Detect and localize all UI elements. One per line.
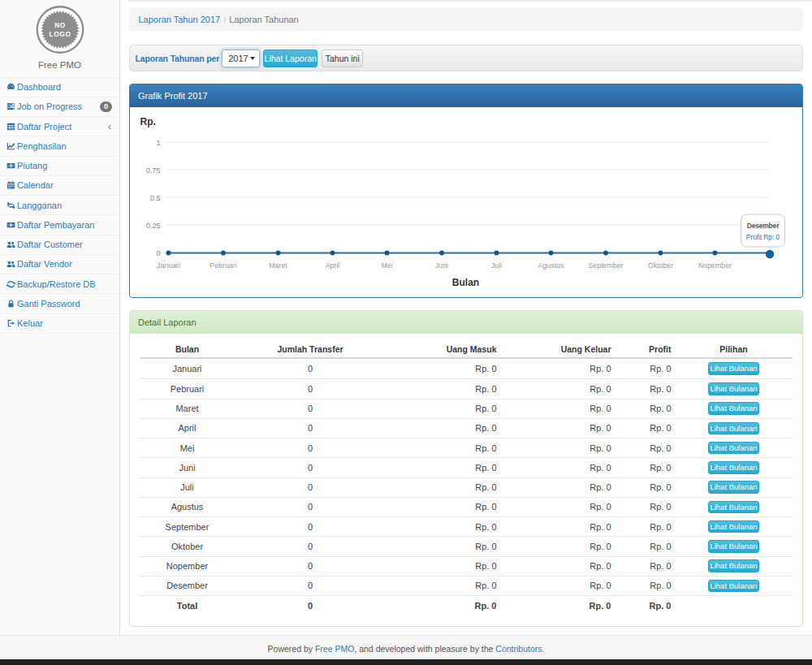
svg-text:Rp.: Rp. xyxy=(140,116,155,127)
svg-text:Nopember: Nopember xyxy=(698,261,731,270)
svg-text:0.5: 0.5 xyxy=(149,194,160,202)
svg-text:Oktober: Oktober xyxy=(647,261,672,270)
svg-text:Mei: Mei xyxy=(381,261,392,270)
svg-text:1: 1 xyxy=(156,139,160,147)
svg-text:Agustus: Agustus xyxy=(538,261,564,270)
svg-text:NO: NO xyxy=(54,21,66,29)
svg-text:Maret: Maret xyxy=(269,261,287,270)
svg-text:Desember: Desember xyxy=(746,222,779,230)
svg-text:Juni: Juni xyxy=(434,261,447,270)
svg-text:Bulan: Bulan xyxy=(451,277,478,288)
svg-text:LOGO: LOGO xyxy=(49,30,71,38)
svg-text:0.75: 0.75 xyxy=(145,166,160,175)
svg-text:Pebruari: Pebruari xyxy=(209,261,236,270)
svg-text:0.25: 0.25 xyxy=(145,222,160,230)
svg-text:Januari: Januari xyxy=(157,261,180,270)
svg-text:Profit Rp: 0: Profit Rp: 0 xyxy=(745,233,780,241)
svg-text:April: April xyxy=(325,261,339,270)
svg-text:September: September xyxy=(588,261,623,270)
svg-text:Juli: Juli xyxy=(490,261,501,270)
svg-text:0: 0 xyxy=(156,249,160,257)
